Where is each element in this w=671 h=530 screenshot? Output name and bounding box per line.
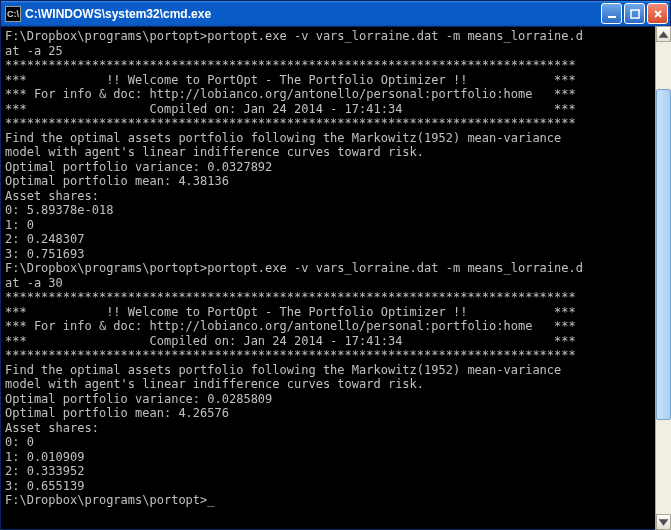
terminal-line: *** Compiled on: Jan 24 2014 - 17:41:34 … [5, 334, 666, 349]
terminal-line: Optimal portfolio mean: 4.26576 [5, 406, 666, 421]
terminal-line: 3: 0.655139 [5, 479, 666, 494]
terminal-line: F:\Dropbox\programs\portopt>portopt.exe … [5, 261, 666, 276]
terminal-line: 3: 0.751693 [5, 247, 666, 262]
terminal-line: 0: 0 [5, 435, 666, 450]
terminal-line: 1: 0.010909 [5, 450, 666, 465]
cmd-window: C:\ C:\WINDOWS\system32\cmd.exe F:\Dropb… [0, 0, 671, 530]
terminal-line: at -a 30 [5, 276, 666, 291]
terminal-line: 1: 0 [5, 218, 666, 233]
minimize-button[interactable] [601, 3, 622, 24]
terminal-line: Find the optimal assets portfolio follow… [5, 363, 666, 378]
cursor: _ [207, 493, 214, 505]
terminal-line: Asset shares: [5, 189, 666, 204]
terminal-line: Optimal portfolio variance: 0.0327892 [5, 160, 666, 175]
scroll-down-button[interactable] [656, 514, 671, 530]
terminal-line: *** For info & doc: http://lobianco.org/… [5, 87, 666, 102]
terminal-line: model with agent's linear indifference c… [5, 145, 666, 160]
terminal-line: *** Compiled on: Jan 24 2014 - 17:41:34 … [5, 102, 666, 117]
vertical-scrollbar[interactable] [655, 26, 671, 530]
terminal-line: 2: 0.248307 [5, 232, 666, 247]
terminal-line: *** !! Welcome to PortOpt - The Portfoli… [5, 73, 666, 88]
terminal-line: at -a 25 [5, 44, 666, 59]
titlebar[interactable]: C:\ C:\WINDOWS\system32\cmd.exe [1, 1, 670, 27]
terminal-line: model with agent's linear indifference c… [5, 377, 666, 392]
terminal-line: F:\Dropbox\programs\portopt>portopt.exe … [5, 29, 666, 44]
terminal-line: ****************************************… [5, 58, 666, 73]
scroll-up-button[interactable] [656, 26, 671, 42]
terminal-line: Find the optimal assets portfolio follow… [5, 131, 666, 146]
svg-rect-1 [631, 10, 639, 18]
maximize-button[interactable] [624, 3, 645, 24]
terminal-line: Optimal portfolio mean: 4.38136 [5, 174, 666, 189]
terminal-line: 0: 5.89378e-018 [5, 203, 666, 218]
terminal-line: ****************************************… [5, 290, 666, 305]
terminal-output[interactable]: F:\Dropbox\programs\portopt>portopt.exe … [1, 27, 670, 529]
window-buttons [601, 3, 668, 24]
close-button[interactable] [647, 3, 668, 24]
terminal-line: ****************************************… [5, 116, 666, 131]
scrollbar-thumb[interactable] [656, 89, 671, 419]
terminal-line: F:\Dropbox\programs\portopt>_ [5, 493, 666, 508]
terminal-line: Optimal portfolio variance: 0.0285809 [5, 392, 666, 407]
svg-rect-0 [608, 16, 616, 18]
scrollbar-track[interactable] [656, 42, 671, 514]
cmd-icon: C:\ [5, 6, 21, 22]
terminal-line: ****************************************… [5, 348, 666, 363]
terminal-line: *** For info & doc: http://lobianco.org/… [5, 319, 666, 334]
terminal-line: 2: 0.333952 [5, 464, 666, 479]
terminal-line: *** !! Welcome to PortOpt - The Portfoli… [5, 305, 666, 320]
window-title: C:\WINDOWS\system32\cmd.exe [25, 7, 601, 21]
terminal-line: Asset shares: [5, 421, 666, 436]
